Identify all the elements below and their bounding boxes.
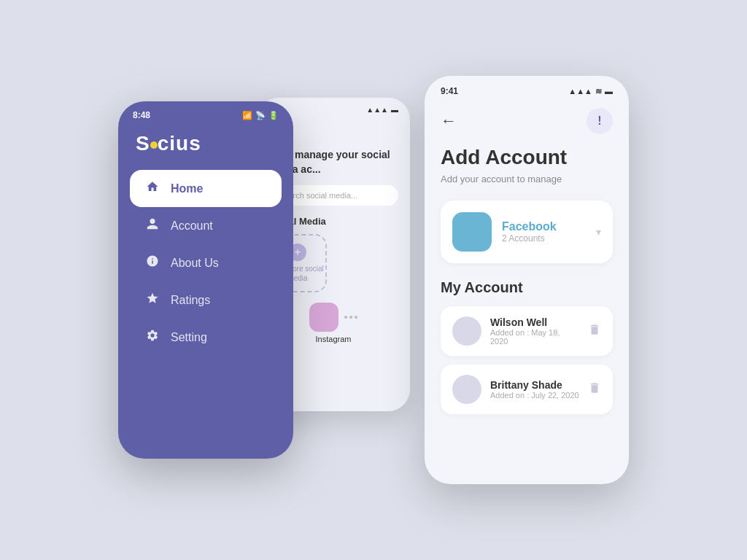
idot1 [344,316,347,319]
avatar-wilson [452,316,481,346]
sidebar-ratings-label: Ratings [171,294,210,307]
add-account-title: Add Account [441,146,613,169]
account-info-brittany: Brittany Shade Added on : July 22, 2020 [490,379,579,400]
facebook-accounts: 2 Accounts [502,233,586,244]
instagram-more-dots [344,316,357,319]
account-date-1: Added on : July 22, 2020 [490,391,579,400]
instagram-icon [309,303,338,332]
facebook-info: Facebook 2 Accounts [502,220,586,244]
delete-account-0-button[interactable] [588,323,601,340]
instagram-label: Instagram [316,335,352,343]
delete-account-1-button[interactable] [588,381,601,398]
sidebar-setting-label: Setting [171,331,207,344]
phone3-time: 9:41 [441,86,458,96]
account-item-1: Brittany Shade Added on : July 22, 2020 [441,365,613,414]
signal-icon-2: ▲▲▲ [366,106,388,114]
phone1-time: 8:48 [133,110,150,120]
gear-icon [144,329,160,346]
wifi-icon-3: ≋ [595,87,602,96]
account-name-1: Brittany Shade [490,379,579,391]
battery-icon-2: ▬ [391,106,398,114]
idot2 [349,316,352,319]
sidebar-item-setting[interactable]: Setting [130,319,282,356]
idot3 [355,316,357,319]
sidebar-account-label: Account [171,219,213,233]
info-icon [144,254,160,271]
facebook-card[interactable]: Facebook 2 Accounts ▾ [441,201,613,263]
my-account-title: My Account [441,279,613,296]
sidebar-home-label: Home [171,182,203,195]
phones-container: 8:48 📶 📡 🔋 Scius Home Account [118,76,629,484]
sidebar-item-ratings[interactable]: Ratings [130,281,282,319]
sidebar-about-label: About Us [171,257,219,270]
sidebar-item-home[interactable]: Home [130,170,282,207]
facebook-name: Facebook [502,220,586,233]
signal-icon: 📶 [242,111,252,120]
battery-icon-3: ▬ [605,87,613,96]
phone3-header: ← ! [425,102,629,146]
home-icon [144,180,160,197]
phone3-status-icons: ▲▲▲ ≋ ▬ [568,87,613,96]
phone3-content: Add Account Add your account to manage F… [425,146,629,414]
wifi-icon: 📡 [255,111,266,120]
phone3-status-bar: 9:41 ▲▲▲ ≋ ▬ [425,76,629,102]
avatar-brittany [452,375,481,404]
phone2-status-icons: ▲▲▲ ▬ [366,106,398,114]
account-icon [144,217,160,234]
phone1-sidebar: 8:48 📶 📡 🔋 Scius Home Account [118,101,293,459]
account-name-0: Wilson Well [490,316,579,328]
phone1-status-bar: 8:48 📶 📡 🔋 [118,101,293,126]
chevron-down-icon: ▾ [596,226,601,238]
app-logo: Scius [118,126,293,170]
account-info-wilson: Wilson Well Added on : May 18, 2020 [490,316,579,346]
star-icon [144,292,160,308]
phone1-status-icons: 📶 📡 🔋 [242,111,279,120]
sidebar-item-account[interactable]: Account [130,207,282,244]
add-account-subtitle: Add your account to manage [441,174,613,184]
signal-icon-3: ▲▲▲ [568,87,592,96]
phone3-add-account: 9:41 ▲▲▲ ≋ ▬ ← ! Add Account Add your ac… [425,76,629,484]
account-date-0: Added on : May 18, 2020 [490,328,579,346]
sidebar-item-about[interactable]: About Us [130,244,282,281]
logo-dot [150,141,158,149]
info-button[interactable]: ! [587,108,613,134]
account-item-0: Wilson Well Added on : May 18, 2020 [441,306,613,356]
battery-icon: 🔋 [268,111,279,120]
facebook-icon [452,212,492,252]
back-button[interactable]: ← [441,112,457,131]
sidebar-nav: Home Account About Us Ratings [118,170,293,356]
